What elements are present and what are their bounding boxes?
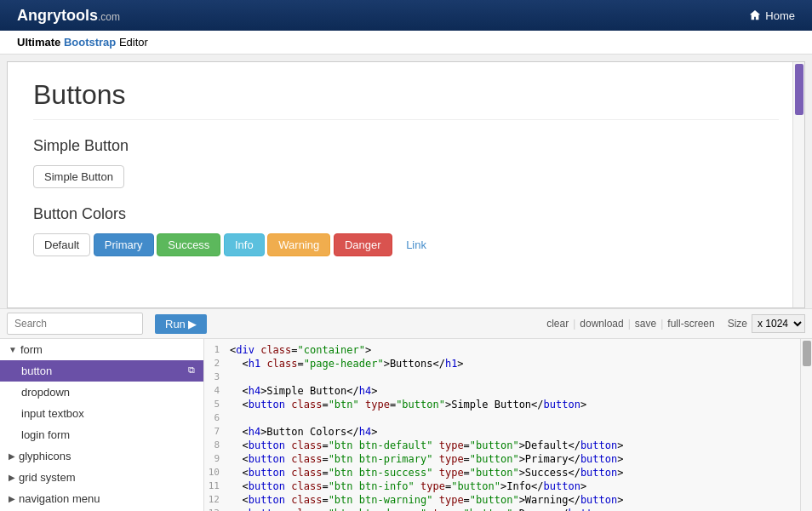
sidebar-group-glyphicons-label: glyphicons [19,450,71,462]
code-line: 6 [204,411,812,425]
line-number: 2 [204,358,230,369]
code-line: 5 <button class="btn" type="button">Simp… [204,398,812,411]
code-line: 13 <button class="btn btn-danger" type="… [204,507,812,511]
button-colors-heading: Button Colors [33,205,779,223]
line-code: <h4>Button Colors</h4> [230,426,812,438]
code-area[interactable]: 1<div class="container">2 <h1 class="pag… [204,339,812,511]
line-number: 5 [204,399,230,410]
bottom-toolbar: Run ▶ clear | download | save | full-scr… [0,308,812,339]
line-code: <button class="btn btn-info" type="butto… [230,480,812,492]
content-area: ▼ form button ⧉ dropdown input textbox l… [0,339,812,511]
scrollbar-thumb [795,64,803,115]
code-line: 2 <h1 class="page-header">Buttons</h1> [204,357,812,370]
clone-icon: ⧉ [188,365,195,376]
line-number: 3 [204,371,230,382]
line-code: <button class="btn" type="button">Simple… [230,399,812,411]
home-link[interactable]: Home [749,9,795,22]
fullscreen-action[interactable]: full-screen [667,318,714,330]
code-line: 8 <button class="btn btn-default" type="… [204,439,812,452]
logo-com: .com [98,11,120,23]
line-number: 12 [204,494,230,505]
line-number: 7 [204,426,230,437]
btn-warning[interactable]: Warning [267,233,330,256]
btn-default[interactable]: Default [33,233,90,256]
btn-success[interactable]: Success [157,233,220,256]
line-number: 4 [204,385,230,396]
code-line: 4 <h4>Simple Button</h4> [204,384,812,398]
code-line: 7 <h4>Button Colors</h4> [204,425,812,439]
line-number: 9 [204,453,230,464]
line-number: 6 [204,412,230,423]
sidebar-group-grid-label: grid system [19,471,75,484]
code-line: 9 <button class="btn btn-primary" type="… [204,452,812,466]
sidebar-form-items: button ⧉ dropdown input textbox login fo… [0,360,203,445]
breadcrumb-part1: Ultimate [17,36,64,49]
code-line: 12 <button class="btn btn-warning" type=… [204,493,812,507]
code-line: 11 <button class="btn btn-info" type="bu… [204,479,812,493]
line-code: <button class="btn btn-warning" type="bu… [230,494,812,506]
header: Angrytools.com Home [0,0,812,31]
btn-link[interactable]: Link [395,233,437,256]
size-select[interactable]: x 1024 x 768 x 480 [752,314,805,333]
button-colors-row: Default Primary Success Info Warning Dan… [33,233,779,256]
line-code [230,371,812,383]
code-scrollbar-thumb [803,341,811,366]
sidebar-group-nav-header[interactable]: ▶ navigation menu [0,488,203,509]
preview-title: Buttons [33,79,779,120]
sidebar-item-dropdown[interactable]: dropdown [0,382,203,403]
btn-danger[interactable]: Danger [334,233,392,256]
sidebar-group-glyphicons: ▶ glyphicons [0,445,203,467]
run-button[interactable]: Run ▶ [155,314,207,334]
chevron-right-icon3: ▶ [9,494,15,503]
clear-action[interactable]: clear [546,318,569,330]
btn-info[interactable]: Info [224,233,265,256]
line-number: 8 [204,439,230,451]
sidebar-group-form: ▼ form button ⧉ dropdown input textbox l… [0,339,203,445]
sidebar-group-nav: ▶ navigation menu [0,488,203,509]
toolbar-left: Run ▶ [7,313,207,335]
line-code: <button class="btn btn-danger" type="but… [230,508,812,511]
chevron-down-icon: ▼ [9,345,17,354]
chevron-right-icon: ▶ [9,451,15,461]
simple-button-heading: Simple Button [33,137,779,155]
breadcrumb: Ultimate Bootstrap Editor [0,31,812,55]
home-label: Home [765,9,795,22]
chevron-right-icon2: ▶ [9,473,15,482]
home-icon [749,9,761,21]
line-code: <button class="btn btn-default" type="bu… [230,439,812,451]
preview-area: Buttons Simple Button Simple Button Butt… [7,61,805,308]
download-action[interactable]: download [580,318,623,330]
btn-primary[interactable]: Primary [94,233,154,256]
code-line: 1<div class="container"> [204,343,812,357]
breadcrumb-part2: Bootstrap [64,36,116,49]
line-code: <h4>Simple Button</h4> [230,385,812,397]
line-code [230,412,812,424]
code-scrollbar[interactable] [800,339,812,511]
simple-button-section: Simple Button Simple Button [33,137,779,188]
line-number: 1 [204,344,230,355]
sidebar: ▼ form button ⧉ dropdown input textbox l… [0,339,204,511]
line-code: <div class="container"> [230,344,812,356]
logo-text: Angrytools [17,7,98,24]
line-number: 10 [204,467,230,478]
preview-scrollbar[interactable] [792,62,804,307]
size-label: Size [728,318,747,330]
toolbar-actions: clear | download | save | full-screen Si… [546,314,805,333]
sidebar-item-button[interactable]: button ⧉ [0,360,203,382]
site-logo: Angrytools.com [17,7,120,25]
search-input[interactable] [7,313,143,335]
sidebar-item-input-textbox[interactable]: input textbox [0,403,203,424]
line-number: 13 [204,508,230,511]
sidebar-group-grid-header[interactable]: ▶ grid system [0,467,203,488]
code-content: 1<div class="container">2 <h1 class="pag… [204,339,812,511]
simple-button[interactable]: Simple Button [33,165,124,188]
save-action[interactable]: save [635,318,656,330]
sidebar-group-form-header[interactable]: ▼ form [0,339,203,360]
button-colors-section: Button Colors Default Primary Success In… [33,205,779,256]
sidebar-group-glyphicons-header[interactable]: ▶ glyphicons [0,445,203,467]
preview-content: Buttons Simple Button Simple Button Butt… [8,62,804,290]
sidebar-item-login-form[interactable]: login form [0,424,203,445]
line-code: <h1 class="page-header">Buttons</h1> [230,358,812,370]
sidebar-group-grid: ▶ grid system [0,467,203,488]
code-line: 10 <button class="btn btn-success" type=… [204,466,812,479]
